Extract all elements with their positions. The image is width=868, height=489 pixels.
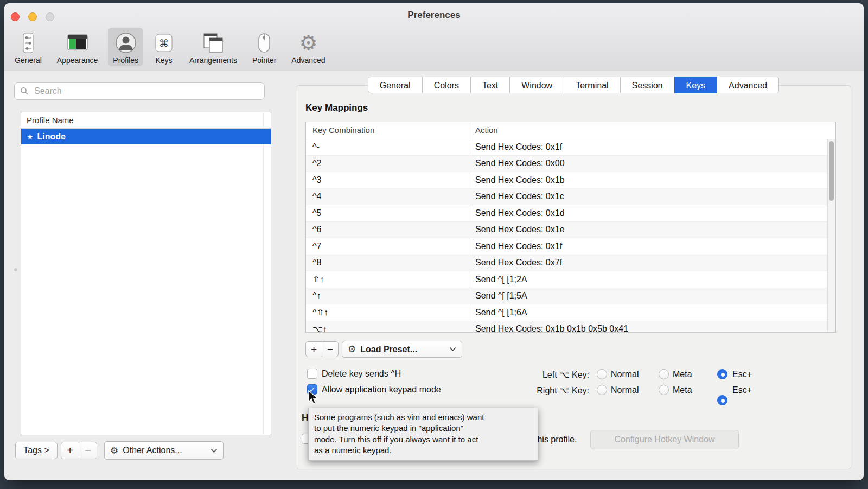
action-cell: Send ^[ [1;6A (469, 308, 527, 317)
toolbar-item-profiles[interactable]: Profiles (108, 28, 143, 66)
action-cell: Send ^[ [1;5A (469, 291, 527, 301)
tab-keys[interactable]: Keys (674, 77, 718, 93)
toolbar-label: Profiles (113, 56, 138, 65)
toolbar-item-keys[interactable]: ⌘ Keys (149, 28, 179, 66)
toolbar-label: Arrangements (189, 56, 237, 65)
column-header-action: Action (475, 125, 498, 135)
left-option-normal-radio[interactable] (597, 369, 607, 379)
action-cell: Send Hex Codes: 0x1f (469, 242, 562, 251)
radio-label-normal: Normal (611, 385, 639, 395)
table-row[interactable]: ⌥↑Send Hex Codes: 0x1b 0x1b 0x5b 0x41 (306, 321, 828, 333)
table-scrollbar[interactable] (827, 139, 835, 332)
key-cell: ^- (306, 142, 469, 152)
table-row[interactable]: ^↑Send ^[ [1;5A (306, 288, 828, 305)
other-actions-dropdown[interactable]: ⚙ Other Actions... (104, 441, 224, 460)
search-input[interactable] (14, 82, 265, 100)
toolbar-item-pointer[interactable]: Pointer (247, 28, 281, 66)
table-row[interactable]: ^⇧↑Send ^[ [1;6A (306, 304, 828, 321)
right-option-meta-radio[interactable] (659, 385, 669, 395)
tab-general[interactable]: General (368, 77, 423, 93)
gear-icon: ⚙ (348, 345, 356, 354)
hotkey-text-partial: this profile. (535, 435, 577, 444)
action-cell: Send ^[ [1;2A (469, 275, 527, 284)
other-actions-label: Other Actions... (123, 446, 182, 455)
key-cell: ^5 (306, 208, 469, 218)
table-row[interactable]: ^-Send Hex Codes: 0x1f (306, 139, 828, 156)
delete-key-label: Delete key sends ^H (322, 369, 401, 379)
minus-icon: − (327, 344, 333, 355)
right-option-esc-radio[interactable] (717, 395, 727, 405)
action-cell: Send Hex Codes: 0x1b (469, 175, 565, 185)
key-cell: ⇧↑ (306, 274, 469, 284)
remove-key-mapping-button[interactable]: − (322, 341, 339, 357)
radio-label-esc: Esc+ (732, 385, 752, 395)
radio-label-meta: Meta (673, 370, 692, 379)
profile-name: Linode (37, 132, 66, 142)
toolbar-item-arrangements[interactable]: Arrangements (184, 28, 242, 66)
chevron-down-icon (210, 448, 218, 453)
arrangements-icon (201, 30, 225, 55)
default-profile-star-icon: ★ (27, 132, 34, 141)
plus-icon: + (311, 344, 317, 355)
key-cell: ^↑ (306, 291, 469, 301)
key-cell: ⌥↑ (306, 324, 469, 333)
table-row[interactable]: ^2Send Hex Codes: 0x00 (306, 156, 828, 173)
right-option-normal-radio[interactable] (597, 385, 607, 395)
left-option-meta-radio[interactable] (659, 369, 669, 379)
key-cell: ^⇧↑ (306, 307, 469, 317)
table-row[interactable]: ^3Send Hex Codes: 0x1b (306, 172, 828, 189)
tab-session[interactable]: Session (620, 77, 675, 93)
preferences-toolbar: General Appearance Profiles ⌘ Keys Arran… (10, 24, 330, 66)
action-cell: Send Hex Codes: 0x1f (469, 142, 562, 152)
table-body: ^-Send Hex Codes: 0x1f ^2Send Hex Codes:… (306, 139, 828, 333)
toolbar-item-general[interactable]: General (10, 28, 47, 66)
scrollbar-thumb[interactable] (829, 141, 834, 201)
add-key-mapping-button[interactable]: + (305, 341, 322, 357)
load-preset-dropdown[interactable]: ⚙ Load Preset... (342, 341, 462, 358)
keypad-mode-tooltip: Some programs (such as vim and emacs) wa… (308, 408, 538, 461)
toolbar-item-advanced[interactable]: ⚙ Advanced (286, 28, 330, 66)
minus-icon: − (85, 444, 91, 457)
svg-text:⌘: ⌘ (159, 37, 169, 49)
keypad-mode-label: Allow application keypad mode (322, 385, 441, 395)
table-row[interactable]: ^4Send Hex Codes: 0x1c (306, 189, 828, 206)
key-mappings-table: Key Combination Action ^-Send Hex Codes:… (305, 122, 836, 333)
add-profile-button[interactable]: + (61, 442, 79, 459)
plus-icon: + (67, 444, 73, 457)
profile-tab-bar: General Colors Text Window Terminal Sess… (296, 77, 851, 93)
toolbar-item-appearance[interactable]: Appearance (52, 28, 103, 66)
profile-row-linode[interactable]: ★ Linode (21, 129, 271, 144)
screen: Preferences General Appearance Profiles … (0, 0, 868, 489)
tab-text[interactable]: Text (470, 77, 510, 93)
tab-window[interactable]: Window (509, 77, 564, 93)
remove-profile-button: − (79, 442, 97, 459)
table-row[interactable]: ⇧↑Send ^[ [1;2A (306, 271, 828, 288)
toolbar-label: Appearance (57, 56, 98, 65)
tab-advanced[interactable]: Advanced (717, 77, 779, 93)
profile-list-header: Profile Name (21, 112, 271, 129)
delete-key-checkbox[interactable] (307, 369, 317, 379)
key-cell: ^4 (306, 192, 469, 201)
configure-hotkey-window-button[interactable]: Configure Hotkey Window (590, 430, 739, 449)
right-option-key-label: Right ⌥ Key: (515, 385, 589, 396)
tab-colors[interactable]: Colors (422, 77, 471, 93)
key-cell: ^2 (306, 158, 469, 168)
profile-list: Profile Name ★ Linode (21, 112, 271, 435)
key-cell: ^6 (306, 225, 469, 234)
table-row[interactable]: ^7Send Hex Codes: 0x1f (306, 238, 828, 255)
action-cell: Send Hex Codes: 0x1c (469, 192, 564, 201)
general-icon (17, 30, 39, 55)
keys-icon: ⌘ (154, 30, 174, 55)
column-header-key: Key Combination (312, 125, 374, 135)
left-option-esc-radio[interactable] (717, 369, 727, 379)
table-row[interactable]: ^6Send Hex Codes: 0x1e (306, 222, 828, 239)
key-cell: ^8 (306, 258, 469, 268)
key-cell: ^7 (306, 242, 469, 251)
tab-terminal[interactable]: Terminal (564, 77, 620, 93)
configure-hotkey-label: Configure Hotkey Window (615, 435, 715, 444)
table-row[interactable]: ^8Send Hex Codes: 0x7f (306, 255, 828, 272)
table-row[interactable]: ^5Send Hex Codes: 0x1d (306, 205, 828, 222)
tags-button[interactable]: Tags > (15, 442, 58, 459)
radio-label-meta: Meta (673, 385, 692, 395)
chevron-down-icon (449, 347, 456, 352)
